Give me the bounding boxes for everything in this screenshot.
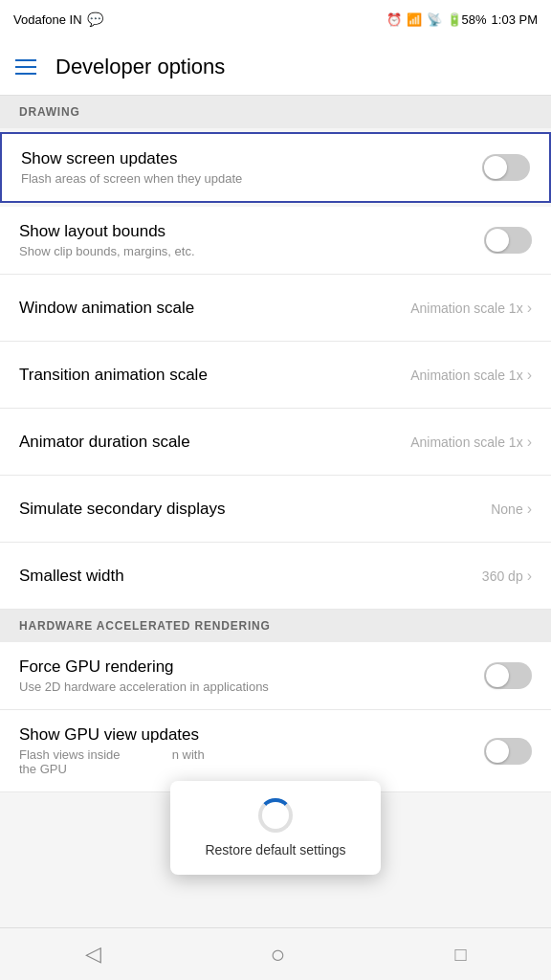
setting-value-smallest-width: 360 dp › [482,568,532,585]
value-text: None [491,501,522,517]
setting-title: Show screen updates [21,149,482,168]
toggle-force-gpu-rendering[interactable] [484,662,532,689]
chevron-right-icon: › [527,568,532,585]
alarm-icon: ⏰ [386,12,402,27]
setting-animator-duration-scale[interactable]: Animator duration scale Animation scale … [0,409,551,476]
wifi-icon: 📶 [407,12,422,27]
setting-text: Force GPU rendering Use 2D hardware acce… [19,657,484,694]
chevron-right-icon: › [527,367,532,384]
message-icon: 💬 [87,11,103,27]
toggle-knob [486,664,509,687]
menu-button[interactable] [15,59,36,75]
home-button[interactable]: ○ [271,940,286,969]
battery-level: 58 [462,12,475,27]
section-header-hardware: HARDWARE ACCELERATED RENDERING [0,610,551,642]
setting-force-gpu-rendering[interactable]: Force GPU rendering Use 2D hardware acce… [0,642,551,710]
popup-label: Restore default settings [205,842,345,858]
settings-content: DRAWING Show screen updates Flash areas … [0,96,551,927]
setting-text: Show screen updates Flash areas of scree… [21,149,482,186]
toggle-knob [486,229,509,252]
chevron-right-icon: › [527,300,532,317]
section-label-drawing: DRAWING [19,105,80,119]
setting-text: Transition animation scale [19,366,410,385]
page-title: Developer options [55,55,225,79]
setting-value-transition-animation: Animation scale 1x › [410,367,532,384]
time-display: 1:03 PM [492,12,538,27]
value-text: 360 dp [482,568,523,584]
setting-value-window-animation: Animation scale 1x › [410,300,532,317]
setting-title: Simulate secondary displays [19,500,491,519]
setting-subtitle: Use 2D hardware acceleration in applicat… [19,679,484,694]
setting-title: Window animation scale [19,299,410,318]
signal-icon: 📡 [427,12,442,27]
toggle-show-layout-bounds[interactable] [484,227,532,254]
toggle-show-screen-updates[interactable] [482,154,530,181]
setting-subtitle: Flash areas of screen when they update [21,171,482,186]
status-right-icons: ⏰ 📶 📡 🔋58% 1:03 PM [386,12,538,27]
back-button[interactable]: ◁ [85,942,101,967]
value-text: Animation scale 1x [410,368,523,383]
setting-transition-animation-scale[interactable]: Transition animation scale Animation sca… [0,342,551,409]
setting-smallest-width[interactable]: Smallest width 360 dp › [0,543,551,610]
setting-text: Show layout bounds Show clip bounds, mar… [19,222,484,258]
section-label-hardware: HARDWARE ACCELERATED RENDERING [19,619,271,633]
setting-show-screen-updates[interactable]: Show screen updates Flash areas of scree… [0,132,551,203]
setting-window-animation-scale[interactable]: Window animation scale Animation scale 1… [0,275,551,342]
setting-title: Show GPU view updates [19,725,484,745]
setting-show-layout-bounds[interactable]: Show layout bounds Show clip bounds, mar… [0,207,551,275]
value-text: Animation scale 1x [410,434,523,450]
value-text: Animation scale 1x [410,301,523,316]
setting-title: Smallest width [19,567,482,586]
toggle-knob [484,156,507,179]
status-carrier: Vodafone IN 💬 [13,11,103,27]
carrier-text: Vodafone IN [13,12,82,27]
section-header-drawing: DRAWING [0,96,551,128]
toggle-show-gpu-view-updates[interactable] [484,738,532,765]
app-bar: Developer options [0,38,551,96]
setting-simulate-secondary-displays[interactable]: Simulate secondary displays None › [0,476,551,543]
status-bar: Vodafone IN 💬 ⏰ 📶 📡 🔋58% 1:03 PM [0,0,551,38]
chevron-right-icon: › [527,434,532,451]
setting-title: Force GPU rendering [19,657,484,677]
setting-text: Animator duration scale [19,433,410,452]
battery-icon: 🔋58% [447,12,487,27]
loading-spinner [258,798,293,833]
setting-value-simulate-displays: None › [491,501,532,518]
setting-title: Show layout bounds [19,222,484,241]
setting-title: Transition animation scale [19,366,410,385]
bottom-navigation: ◁ ○ □ [0,927,551,980]
setting-title: Animator duration scale [19,433,410,452]
recents-button[interactable]: □ [454,944,466,966]
setting-subtitle: Show clip bounds, margins, etc. [19,244,484,258]
setting-text: Smallest width [19,567,482,586]
setting-subtitle: Flash views inside n withthe GPU [19,747,484,776]
toggle-knob [486,740,509,763]
setting-value-animator-duration: Animation scale 1x › [410,434,532,451]
setting-text: Window animation scale [19,299,410,318]
restore-defaults-popup[interactable]: Restore default settings [170,781,381,875]
setting-text: Simulate secondary displays [19,500,491,519]
setting-text: Show GPU view updates Flash views inside… [19,725,484,776]
chevron-right-icon: › [527,501,532,518]
